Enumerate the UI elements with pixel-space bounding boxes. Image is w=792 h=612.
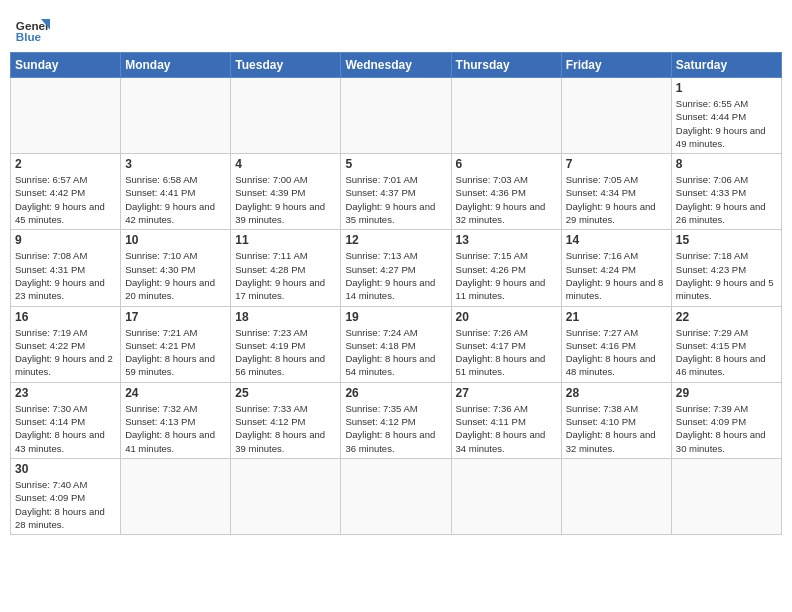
calendar-cell: 6Sunrise: 7:03 AM Sunset: 4:36 PM Daylig… bbox=[451, 154, 561, 230]
day-info: Sunrise: 7:11 AM Sunset: 4:28 PM Dayligh… bbox=[235, 249, 336, 302]
calendar-cell bbox=[121, 78, 231, 154]
calendar-cell bbox=[561, 78, 671, 154]
day-info: Sunrise: 7:05 AM Sunset: 4:34 PM Dayligh… bbox=[566, 173, 667, 226]
calendar-cell: 19Sunrise: 7:24 AM Sunset: 4:18 PM Dayli… bbox=[341, 306, 451, 382]
calendar-cell: 20Sunrise: 7:26 AM Sunset: 4:17 PM Dayli… bbox=[451, 306, 561, 382]
day-number: 8 bbox=[676, 157, 777, 171]
day-number: 20 bbox=[456, 310, 557, 324]
calendar-cell: 30Sunrise: 7:40 AM Sunset: 4:09 PM Dayli… bbox=[11, 458, 121, 534]
day-info: Sunrise: 7:35 AM Sunset: 4:12 PM Dayligh… bbox=[345, 402, 446, 455]
svg-text:Blue: Blue bbox=[16, 30, 42, 43]
day-number: 15 bbox=[676, 233, 777, 247]
calendar-cell: 4Sunrise: 7:00 AM Sunset: 4:39 PM Daylig… bbox=[231, 154, 341, 230]
day-number: 30 bbox=[15, 462, 116, 476]
calendar-cell bbox=[451, 458, 561, 534]
weekday-header-wednesday: Wednesday bbox=[341, 53, 451, 78]
calendar-cell bbox=[341, 78, 451, 154]
day-info: Sunrise: 7:01 AM Sunset: 4:37 PM Dayligh… bbox=[345, 173, 446, 226]
day-info: Sunrise: 7:30 AM Sunset: 4:14 PM Dayligh… bbox=[15, 402, 116, 455]
calendar-cell: 10Sunrise: 7:10 AM Sunset: 4:30 PM Dayli… bbox=[121, 230, 231, 306]
calendar-cell: 16Sunrise: 7:19 AM Sunset: 4:22 PM Dayli… bbox=[11, 306, 121, 382]
day-info: Sunrise: 7:23 AM Sunset: 4:19 PM Dayligh… bbox=[235, 326, 336, 379]
calendar-cell bbox=[231, 458, 341, 534]
day-info: Sunrise: 7:29 AM Sunset: 4:15 PM Dayligh… bbox=[676, 326, 777, 379]
day-number: 29 bbox=[676, 386, 777, 400]
day-number: 4 bbox=[235, 157, 336, 171]
weekday-header-saturday: Saturday bbox=[671, 53, 781, 78]
calendar-cell: 21Sunrise: 7:27 AM Sunset: 4:16 PM Dayli… bbox=[561, 306, 671, 382]
calendar-cell: 26Sunrise: 7:35 AM Sunset: 4:12 PM Dayli… bbox=[341, 382, 451, 458]
calendar-week-row: 30Sunrise: 7:40 AM Sunset: 4:09 PM Dayli… bbox=[11, 458, 782, 534]
calendar-cell bbox=[451, 78, 561, 154]
day-info: Sunrise: 6:55 AM Sunset: 4:44 PM Dayligh… bbox=[676, 97, 777, 150]
calendar-cell: 8Sunrise: 7:06 AM Sunset: 4:33 PM Daylig… bbox=[671, 154, 781, 230]
day-info: Sunrise: 7:38 AM Sunset: 4:10 PM Dayligh… bbox=[566, 402, 667, 455]
day-info: Sunrise: 6:58 AM Sunset: 4:41 PM Dayligh… bbox=[125, 173, 226, 226]
day-number: 7 bbox=[566, 157, 667, 171]
day-number: 14 bbox=[566, 233, 667, 247]
calendar-cell bbox=[11, 78, 121, 154]
day-info: Sunrise: 7:19 AM Sunset: 4:22 PM Dayligh… bbox=[15, 326, 116, 379]
day-info: Sunrise: 7:40 AM Sunset: 4:09 PM Dayligh… bbox=[15, 478, 116, 531]
calendar-table: SundayMondayTuesdayWednesdayThursdayFrid… bbox=[10, 52, 782, 535]
day-info: Sunrise: 7:18 AM Sunset: 4:23 PM Dayligh… bbox=[676, 249, 777, 302]
calendar-cell bbox=[121, 458, 231, 534]
calendar-cell: 27Sunrise: 7:36 AM Sunset: 4:11 PM Dayli… bbox=[451, 382, 561, 458]
weekday-header-thursday: Thursday bbox=[451, 53, 561, 78]
day-number: 26 bbox=[345, 386, 446, 400]
calendar-cell: 14Sunrise: 7:16 AM Sunset: 4:24 PM Dayli… bbox=[561, 230, 671, 306]
calendar-week-row: 23Sunrise: 7:30 AM Sunset: 4:14 PM Dayli… bbox=[11, 382, 782, 458]
day-info: Sunrise: 7:08 AM Sunset: 4:31 PM Dayligh… bbox=[15, 249, 116, 302]
calendar-cell: 18Sunrise: 7:23 AM Sunset: 4:19 PM Dayli… bbox=[231, 306, 341, 382]
day-info: Sunrise: 6:57 AM Sunset: 4:42 PM Dayligh… bbox=[15, 173, 116, 226]
calendar-cell: 9Sunrise: 7:08 AM Sunset: 4:31 PM Daylig… bbox=[11, 230, 121, 306]
weekday-header-tuesday: Tuesday bbox=[231, 53, 341, 78]
day-info: Sunrise: 7:32 AM Sunset: 4:13 PM Dayligh… bbox=[125, 402, 226, 455]
day-number: 17 bbox=[125, 310, 226, 324]
weekday-header-friday: Friday bbox=[561, 53, 671, 78]
day-info: Sunrise: 7:15 AM Sunset: 4:26 PM Dayligh… bbox=[456, 249, 557, 302]
calendar-week-row: 2Sunrise: 6:57 AM Sunset: 4:42 PM Daylig… bbox=[11, 154, 782, 230]
calendar-cell: 1Sunrise: 6:55 AM Sunset: 4:44 PM Daylig… bbox=[671, 78, 781, 154]
day-info: Sunrise: 7:33 AM Sunset: 4:12 PM Dayligh… bbox=[235, 402, 336, 455]
calendar-cell: 23Sunrise: 7:30 AM Sunset: 4:14 PM Dayli… bbox=[11, 382, 121, 458]
day-number: 16 bbox=[15, 310, 116, 324]
weekday-header-row: SundayMondayTuesdayWednesdayThursdayFrid… bbox=[11, 53, 782, 78]
day-info: Sunrise: 7:00 AM Sunset: 4:39 PM Dayligh… bbox=[235, 173, 336, 226]
day-info: Sunrise: 7:13 AM Sunset: 4:27 PM Dayligh… bbox=[345, 249, 446, 302]
calendar-cell bbox=[561, 458, 671, 534]
weekday-header-sunday: Sunday bbox=[11, 53, 121, 78]
calendar-week-row: 1Sunrise: 6:55 AM Sunset: 4:44 PM Daylig… bbox=[11, 78, 782, 154]
calendar-cell: 5Sunrise: 7:01 AM Sunset: 4:37 PM Daylig… bbox=[341, 154, 451, 230]
calendar-cell: 15Sunrise: 7:18 AM Sunset: 4:23 PM Dayli… bbox=[671, 230, 781, 306]
calendar-cell: 7Sunrise: 7:05 AM Sunset: 4:34 PM Daylig… bbox=[561, 154, 671, 230]
day-number: 22 bbox=[676, 310, 777, 324]
day-number: 10 bbox=[125, 233, 226, 247]
calendar-cell: 22Sunrise: 7:29 AM Sunset: 4:15 PM Dayli… bbox=[671, 306, 781, 382]
day-info: Sunrise: 7:36 AM Sunset: 4:11 PM Dayligh… bbox=[456, 402, 557, 455]
calendar-cell bbox=[231, 78, 341, 154]
calendar-cell: 24Sunrise: 7:32 AM Sunset: 4:13 PM Dayli… bbox=[121, 382, 231, 458]
day-number: 9 bbox=[15, 233, 116, 247]
day-number: 18 bbox=[235, 310, 336, 324]
day-info: Sunrise: 7:24 AM Sunset: 4:18 PM Dayligh… bbox=[345, 326, 446, 379]
day-number: 6 bbox=[456, 157, 557, 171]
day-info: Sunrise: 7:06 AM Sunset: 4:33 PM Dayligh… bbox=[676, 173, 777, 226]
day-info: Sunrise: 7:21 AM Sunset: 4:21 PM Dayligh… bbox=[125, 326, 226, 379]
day-number: 25 bbox=[235, 386, 336, 400]
calendar-cell: 3Sunrise: 6:58 AM Sunset: 4:41 PM Daylig… bbox=[121, 154, 231, 230]
day-info: Sunrise: 7:26 AM Sunset: 4:17 PM Dayligh… bbox=[456, 326, 557, 379]
day-number: 1 bbox=[676, 81, 777, 95]
day-number: 27 bbox=[456, 386, 557, 400]
calendar-week-row: 16Sunrise: 7:19 AM Sunset: 4:22 PM Dayli… bbox=[11, 306, 782, 382]
day-info: Sunrise: 7:03 AM Sunset: 4:36 PM Dayligh… bbox=[456, 173, 557, 226]
day-number: 24 bbox=[125, 386, 226, 400]
calendar-cell bbox=[341, 458, 451, 534]
day-number: 2 bbox=[15, 157, 116, 171]
weekday-header-monday: Monday bbox=[121, 53, 231, 78]
calendar-week-row: 9Sunrise: 7:08 AM Sunset: 4:31 PM Daylig… bbox=[11, 230, 782, 306]
day-number: 28 bbox=[566, 386, 667, 400]
logo-icon: General Blue bbox=[14, 10, 50, 46]
calendar-cell: 25Sunrise: 7:33 AM Sunset: 4:12 PM Dayli… bbox=[231, 382, 341, 458]
calendar-cell: 11Sunrise: 7:11 AM Sunset: 4:28 PM Dayli… bbox=[231, 230, 341, 306]
